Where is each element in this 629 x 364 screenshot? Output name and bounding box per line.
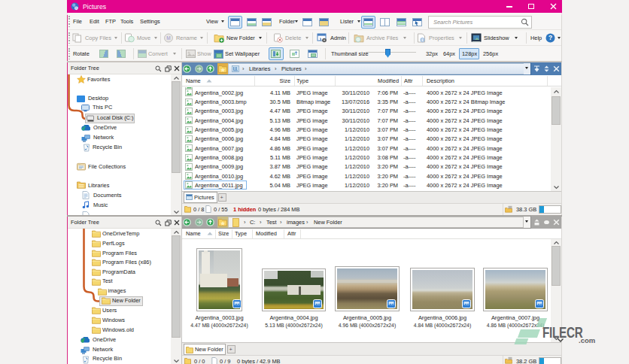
svg-text:M: M xyxy=(166,35,170,41)
svg-text:?: ? xyxy=(548,34,552,41)
